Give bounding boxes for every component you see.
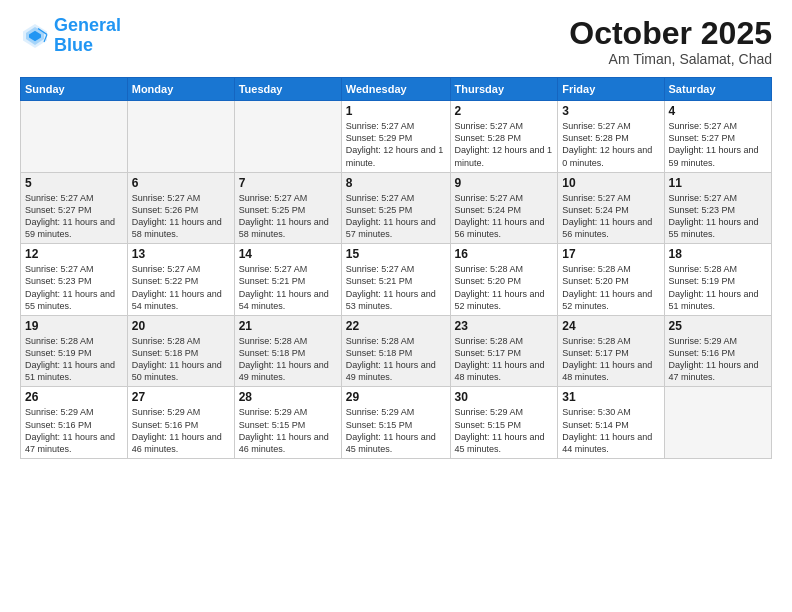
calendar-cell: 22Sunrise: 5:28 AMSunset: 5:18 PMDayligh… xyxy=(341,315,450,387)
day-number: 23 xyxy=(455,319,554,333)
logo-icon xyxy=(20,21,50,51)
day-info: Sunrise: 5:27 AMSunset: 5:26 PMDaylight:… xyxy=(132,192,230,241)
day-info: Sunrise: 5:29 AMSunset: 5:15 PMDaylight:… xyxy=(455,406,554,455)
calendar-cell: 5Sunrise: 5:27 AMSunset: 5:27 PMDaylight… xyxy=(21,172,128,244)
calendar-cell: 6Sunrise: 5:27 AMSunset: 5:26 PMDaylight… xyxy=(127,172,234,244)
day-number: 22 xyxy=(346,319,446,333)
calendar-week-row: 12Sunrise: 5:27 AMSunset: 5:23 PMDayligh… xyxy=(21,244,772,316)
day-number: 12 xyxy=(25,247,123,261)
logo-general: General xyxy=(54,15,121,35)
day-info: Sunrise: 5:30 AMSunset: 5:14 PMDaylight:… xyxy=(562,406,659,455)
calendar-cell: 26Sunrise: 5:29 AMSunset: 5:16 PMDayligh… xyxy=(21,387,128,459)
calendar-cell: 19Sunrise: 5:28 AMSunset: 5:19 PMDayligh… xyxy=(21,315,128,387)
day-info: Sunrise: 5:27 AMSunset: 5:27 PMDaylight:… xyxy=(669,120,767,169)
calendar-week-row: 1Sunrise: 5:27 AMSunset: 5:29 PMDaylight… xyxy=(21,101,772,173)
day-number: 11 xyxy=(669,176,767,190)
weekday-header-thursday: Thursday xyxy=(450,78,558,101)
day-number: 5 xyxy=(25,176,123,190)
calendar-cell: 31Sunrise: 5:30 AMSunset: 5:14 PMDayligh… xyxy=(558,387,664,459)
calendar-cell: 24Sunrise: 5:28 AMSunset: 5:17 PMDayligh… xyxy=(558,315,664,387)
day-info: Sunrise: 5:27 AMSunset: 5:24 PMDaylight:… xyxy=(455,192,554,241)
day-number: 8 xyxy=(346,176,446,190)
day-info: Sunrise: 5:27 AMSunset: 5:25 PMDaylight:… xyxy=(239,192,337,241)
calendar-cell: 3Sunrise: 5:27 AMSunset: 5:28 PMDaylight… xyxy=(558,101,664,173)
weekday-header-saturday: Saturday xyxy=(664,78,771,101)
day-info: Sunrise: 5:28 AMSunset: 5:18 PMDaylight:… xyxy=(239,335,337,384)
day-info: Sunrise: 5:27 AMSunset: 5:23 PMDaylight:… xyxy=(25,263,123,312)
day-info: Sunrise: 5:29 AMSunset: 5:15 PMDaylight:… xyxy=(239,406,337,455)
weekday-header-monday: Monday xyxy=(127,78,234,101)
day-number: 25 xyxy=(669,319,767,333)
day-number: 10 xyxy=(562,176,659,190)
title-block: October 2025 Am Timan, Salamat, Chad xyxy=(569,16,772,67)
day-info: Sunrise: 5:27 AMSunset: 5:27 PMDaylight:… xyxy=(25,192,123,241)
day-info: Sunrise: 5:27 AMSunset: 5:23 PMDaylight:… xyxy=(669,192,767,241)
day-number: 27 xyxy=(132,390,230,404)
calendar-cell: 15Sunrise: 5:27 AMSunset: 5:21 PMDayligh… xyxy=(341,244,450,316)
calendar-cell: 8Sunrise: 5:27 AMSunset: 5:25 PMDaylight… xyxy=(341,172,450,244)
day-number: 2 xyxy=(455,104,554,118)
location: Am Timan, Salamat, Chad xyxy=(569,51,772,67)
calendar-cell: 23Sunrise: 5:28 AMSunset: 5:17 PMDayligh… xyxy=(450,315,558,387)
day-info: Sunrise: 5:27 AMSunset: 5:28 PMDaylight:… xyxy=(455,120,554,169)
day-number: 21 xyxy=(239,319,337,333)
day-info: Sunrise: 5:27 AMSunset: 5:25 PMDaylight:… xyxy=(346,192,446,241)
day-number: 24 xyxy=(562,319,659,333)
day-info: Sunrise: 5:27 AMSunset: 5:24 PMDaylight:… xyxy=(562,192,659,241)
day-info: Sunrise: 5:28 AMSunset: 5:18 PMDaylight:… xyxy=(132,335,230,384)
day-info: Sunrise: 5:29 AMSunset: 5:15 PMDaylight:… xyxy=(346,406,446,455)
logo-text: General Blue xyxy=(54,16,121,56)
day-info: Sunrise: 5:29 AMSunset: 5:16 PMDaylight:… xyxy=(132,406,230,455)
day-number: 19 xyxy=(25,319,123,333)
day-info: Sunrise: 5:29 AMSunset: 5:16 PMDaylight:… xyxy=(25,406,123,455)
day-number: 28 xyxy=(239,390,337,404)
day-number: 30 xyxy=(455,390,554,404)
calendar-cell xyxy=(664,387,771,459)
day-info: Sunrise: 5:28 AMSunset: 5:17 PMDaylight:… xyxy=(562,335,659,384)
day-number: 16 xyxy=(455,247,554,261)
day-info: Sunrise: 5:28 AMSunset: 5:18 PMDaylight:… xyxy=(346,335,446,384)
day-info: Sunrise: 5:27 AMSunset: 5:28 PMDaylight:… xyxy=(562,120,659,169)
day-number: 26 xyxy=(25,390,123,404)
calendar-cell xyxy=(234,101,341,173)
month-title: October 2025 xyxy=(569,16,772,51)
day-info: Sunrise: 5:28 AMSunset: 5:17 PMDaylight:… xyxy=(455,335,554,384)
calendar-cell: 9Sunrise: 5:27 AMSunset: 5:24 PMDaylight… xyxy=(450,172,558,244)
day-number: 6 xyxy=(132,176,230,190)
page-container: General Blue October 2025 Am Timan, Sala… xyxy=(0,0,792,612)
calendar-cell: 16Sunrise: 5:28 AMSunset: 5:20 PMDayligh… xyxy=(450,244,558,316)
day-info: Sunrise: 5:27 AMSunset: 5:29 PMDaylight:… xyxy=(346,120,446,169)
weekday-header-tuesday: Tuesday xyxy=(234,78,341,101)
day-number: 4 xyxy=(669,104,767,118)
day-number: 1 xyxy=(346,104,446,118)
calendar-cell: 21Sunrise: 5:28 AMSunset: 5:18 PMDayligh… xyxy=(234,315,341,387)
calendar-cell: 17Sunrise: 5:28 AMSunset: 5:20 PMDayligh… xyxy=(558,244,664,316)
day-number: 20 xyxy=(132,319,230,333)
calendar-cell: 25Sunrise: 5:29 AMSunset: 5:16 PMDayligh… xyxy=(664,315,771,387)
day-number: 7 xyxy=(239,176,337,190)
weekday-header-wednesday: Wednesday xyxy=(341,78,450,101)
calendar-cell: 7Sunrise: 5:27 AMSunset: 5:25 PMDaylight… xyxy=(234,172,341,244)
weekday-header-row: SundayMondayTuesdayWednesdayThursdayFrid… xyxy=(21,78,772,101)
calendar-week-row: 26Sunrise: 5:29 AMSunset: 5:16 PMDayligh… xyxy=(21,387,772,459)
day-number: 29 xyxy=(346,390,446,404)
calendar-cell xyxy=(127,101,234,173)
logo: General Blue xyxy=(20,16,121,56)
day-number: 15 xyxy=(346,247,446,261)
day-number: 14 xyxy=(239,247,337,261)
day-number: 9 xyxy=(455,176,554,190)
day-info: Sunrise: 5:27 AMSunset: 5:21 PMDaylight:… xyxy=(239,263,337,312)
calendar-cell: 27Sunrise: 5:29 AMSunset: 5:16 PMDayligh… xyxy=(127,387,234,459)
calendar-cell xyxy=(21,101,128,173)
day-number: 3 xyxy=(562,104,659,118)
calendar-cell: 10Sunrise: 5:27 AMSunset: 5:24 PMDayligh… xyxy=(558,172,664,244)
calendar-cell: 2Sunrise: 5:27 AMSunset: 5:28 PMDaylight… xyxy=(450,101,558,173)
calendar-cell: 20Sunrise: 5:28 AMSunset: 5:18 PMDayligh… xyxy=(127,315,234,387)
calendar-cell: 18Sunrise: 5:28 AMSunset: 5:19 PMDayligh… xyxy=(664,244,771,316)
calendar-table: SundayMondayTuesdayWednesdayThursdayFrid… xyxy=(20,77,772,459)
calendar-week-row: 19Sunrise: 5:28 AMSunset: 5:19 PMDayligh… xyxy=(21,315,772,387)
calendar-cell: 13Sunrise: 5:27 AMSunset: 5:22 PMDayligh… xyxy=(127,244,234,316)
day-info: Sunrise: 5:27 AMSunset: 5:21 PMDaylight:… xyxy=(346,263,446,312)
calendar-cell: 30Sunrise: 5:29 AMSunset: 5:15 PMDayligh… xyxy=(450,387,558,459)
calendar-cell: 11Sunrise: 5:27 AMSunset: 5:23 PMDayligh… xyxy=(664,172,771,244)
